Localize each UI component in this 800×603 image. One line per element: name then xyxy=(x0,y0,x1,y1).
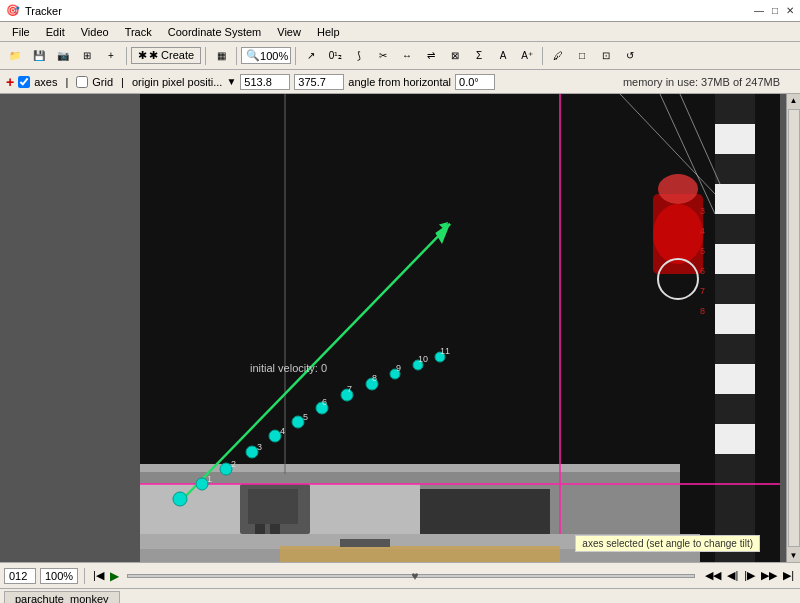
step-fwd-button[interactable]: |▶ xyxy=(742,568,757,583)
font-plus-button[interactable]: A⁺ xyxy=(516,45,538,67)
scroll-track[interactable] xyxy=(788,109,800,547)
undo-button[interactable]: ↺ xyxy=(619,45,641,67)
svg-rect-13 xyxy=(715,154,755,184)
angle-input[interactable]: 0.0° xyxy=(455,74,495,90)
svg-rect-18 xyxy=(715,304,755,334)
menu-coordinate-system[interactable]: Coordinate System xyxy=(160,24,270,40)
menu-view[interactable]: View xyxy=(269,24,309,40)
sigma-button[interactable]: Σ xyxy=(468,45,490,67)
open-button[interactable]: 📁 xyxy=(4,45,26,67)
tab-parachute-monkey[interactable]: parachute_monkey xyxy=(4,591,120,603)
menu-video[interactable]: Video xyxy=(73,24,117,40)
status-bar: 012 100% |◀ ▶ ♥ ◀◀ ◀| |▶ ▶▶ ▶| xyxy=(0,562,800,588)
menu-track[interactable]: Track xyxy=(117,24,160,40)
svg-rect-12 xyxy=(715,124,755,154)
exchange-button[interactable]: ⇌ xyxy=(420,45,442,67)
prev-frame-button[interactable]: ◀◀ xyxy=(703,568,723,583)
svg-point-55 xyxy=(366,378,378,390)
svg-text:8: 8 xyxy=(372,373,377,383)
svg-line-38 xyxy=(436,224,450,234)
prev-start-button[interactable]: |◀ xyxy=(91,568,106,583)
scroll-down-button[interactable]: ▼ xyxy=(788,549,800,562)
svg-rect-70 xyxy=(340,539,390,547)
clip-button[interactable]: 📷 xyxy=(52,45,74,67)
svg-marker-37 xyxy=(436,224,450,244)
axes-label: axes xyxy=(34,76,57,88)
svg-point-59 xyxy=(413,360,423,370)
grid-button[interactable]: ⊞ xyxy=(76,45,98,67)
scroll-up-button[interactable]: ▲ xyxy=(788,94,800,107)
svg-text:6: 6 xyxy=(700,266,705,276)
y-coord-input[interactable]: 375.7 xyxy=(294,74,344,90)
svg-rect-19 xyxy=(715,334,755,364)
minimize-button[interactable]: — xyxy=(754,5,764,16)
next-frame-button[interactable]: ▶▶ xyxy=(759,568,779,583)
svg-text:2: 2 xyxy=(231,459,236,469)
separator-1 xyxy=(126,47,127,65)
pencil-button[interactable]: 🖊 xyxy=(547,45,569,67)
svg-line-64 xyxy=(620,94,715,194)
video-area[interactable]: 3 4 5 6 7 8 initial velocity: 0 xyxy=(140,94,780,562)
grid2-button[interactable]: ⊡ xyxy=(595,45,617,67)
svg-rect-3 xyxy=(140,484,420,562)
separator-2 xyxy=(205,47,206,65)
menu-file[interactable]: File xyxy=(4,24,38,40)
axes-checkbox[interactable] xyxy=(18,76,30,88)
app-icon: 🎯 xyxy=(6,4,20,17)
right-scrollbar[interactable]: ▲ ▼ xyxy=(786,94,800,562)
x-coord-input[interactable]: 513.8 xyxy=(240,74,290,90)
separator-4 xyxy=(295,47,296,65)
cross-button[interactable]: ⊠ xyxy=(444,45,466,67)
next-end-button[interactable]: ▶| xyxy=(781,568,796,583)
plus-button[interactable]: + xyxy=(100,45,122,67)
svg-text:8: 8 xyxy=(700,306,705,316)
play-button[interactable]: ▶ xyxy=(110,569,119,583)
svg-point-42 xyxy=(196,478,208,490)
memory-label: memory in use: 37MB of 247MB xyxy=(623,76,780,88)
svg-rect-25 xyxy=(653,194,703,274)
svg-rect-22 xyxy=(715,424,755,454)
rect-button[interactable]: □ xyxy=(571,45,593,67)
close-button[interactable]: ✕ xyxy=(786,5,794,16)
svg-line-66 xyxy=(680,94,720,184)
svg-rect-69 xyxy=(280,546,560,562)
svg-text:11: 11 xyxy=(440,346,450,356)
grid-label: Grid xyxy=(92,76,113,88)
scissors-button[interactable]: ✂ xyxy=(372,45,394,67)
step-back-button[interactable]: ◀| xyxy=(725,568,740,583)
svg-text:6: 6 xyxy=(322,397,327,407)
window-controls: — □ ✕ xyxy=(754,5,794,16)
svg-rect-10 xyxy=(715,94,755,562)
angle-label: angle from horizontal xyxy=(348,76,451,88)
maximize-button[interactable]: □ xyxy=(772,5,778,16)
svg-marker-39 xyxy=(439,219,452,232)
main-content: 3 4 5 6 7 8 initial velocity: 0 xyxy=(0,94,800,562)
svg-text:initial velocity: 0: initial velocity: 0 xyxy=(250,362,327,374)
axes-plus-icon[interactable]: + xyxy=(6,74,14,90)
menu-help[interactable]: Help xyxy=(309,24,348,40)
arrows-button[interactable]: ↔ xyxy=(396,45,418,67)
app-title: Tracker xyxy=(25,5,62,17)
svg-rect-2 xyxy=(140,464,680,472)
zoom-input[interactable]: 100% xyxy=(40,568,78,584)
playback-slider[interactable]: ♥ xyxy=(127,574,696,578)
svg-point-48 xyxy=(269,430,281,442)
separator-5 xyxy=(542,47,543,65)
font-button[interactable]: A xyxy=(492,45,514,67)
svg-point-26 xyxy=(658,174,698,204)
frame-input[interactable]: 012 xyxy=(4,568,36,584)
save-button[interactable]: 💾 xyxy=(28,45,50,67)
grid-checkbox[interactable] xyxy=(76,76,88,88)
ruler-button[interactable]: ▦ xyxy=(210,45,232,67)
create-button[interactable]: ✱ ✱ Create xyxy=(131,47,201,64)
svg-point-61 xyxy=(435,352,445,362)
menu-edit[interactable]: Edit xyxy=(38,24,73,40)
svg-rect-5 xyxy=(420,489,550,549)
curve-button[interactable]: ⟆ xyxy=(348,45,370,67)
arrow-button[interactable]: ↗ xyxy=(300,45,322,67)
origin-label: origin pixel positi... xyxy=(132,76,223,88)
svg-rect-16 xyxy=(715,244,755,274)
dot-zero-button[interactable]: 0¹₂ xyxy=(324,45,346,67)
svg-rect-11 xyxy=(715,94,755,124)
origin-dropdown[interactable]: ▼ xyxy=(226,76,236,87)
